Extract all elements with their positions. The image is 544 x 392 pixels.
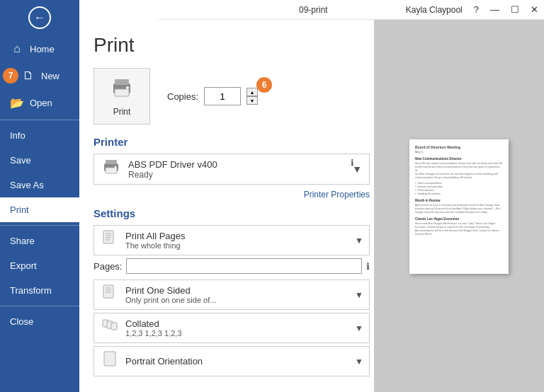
back-button[interactable]: ← [0,0,79,35]
help-button[interactable]: ? [474,4,479,15]
orientation-icon [100,351,120,371]
sidebar-item-close[interactable]: Close [0,309,79,334]
preview-area: Board of Directors Meeting May 6 New Com… [374,20,544,392]
printer-properties-link[interactable]: Printer Properties [304,190,370,200]
sidebar-item-transform[interactable]: Transform [0,278,79,303]
setting-collated-sub: 1,2,3 1,2,3 1,2,3 [125,329,349,338]
setting-one-sided[interactable]: Print One Sided Only print on one side o… [94,279,370,310]
preview-section1-title: New Communications Director [415,157,503,161]
setting-orientation[interactable]: Portrait Orientation ▼ [94,346,370,376]
preview-heading1: Board of Directors Meeting [415,145,503,149]
divider [0,225,79,226]
orientation-dropdown-arrow[interactable]: ▼ [355,357,363,367]
sidebar-item-home[interactable]: ⌂ Home [0,35,79,62]
copies-badge: 6 [256,77,272,93]
sidebar-item-info[interactable]: Info [0,123,79,148]
setting-collated-text: Collated 1,2,3 1,2,3 1,2,3 [125,318,349,338]
sidebar-item-label: Transform [10,285,52,296]
svg-rect-19 [111,323,117,330]
printer-properties-area: Printer Properties [94,188,370,200]
pages-icon [100,230,120,250]
divider [0,120,79,120]
setting-print-pages[interactable]: Print All Pages The whole thing ▼ [94,225,370,255]
preview-page: Board of Directors Meeting May 6 New Com… [409,139,509,274]
page-title: Print [94,34,370,57]
copies-down-button[interactable]: ▼ [246,96,258,105]
titlebar: 09-print Kayla Claypool ? — ☐ ✕ [159,0,544,20]
setting-sides-text: Print One Sided Only print on one side o… [125,285,349,304]
svg-rect-1 [115,79,129,85]
svg-rect-13 [103,285,113,298]
preview-section2-text: April turned out to be a very busy and p… [415,204,503,214]
sidebar-item-export[interactable]: Export [0,253,79,278]
pages-info-icon[interactable]: ℹ [366,261,370,272]
svg-rect-8 [103,231,113,243]
copies-label: Copies: [167,91,198,102]
printer-box[interactable]: ABS PDF Driver v400 Ready ▼ [94,154,370,185]
pages-input[interactable] [126,258,362,274]
setting-pages-sub: The whole thing [125,241,349,250]
printer-info: ABS PDF Driver v400 Ready [128,159,345,180]
setting-pages-main: Print All Pages [125,231,349,241]
collated-dropdown-arrow[interactable]: ▼ [355,323,363,333]
svg-rect-2 [115,89,129,96]
new-icon: 🗋 [21,69,35,82]
preview-bullet1: • Client correspondence [415,182,503,185]
preview-section2-title: Month in Review [415,199,503,202]
preview-section1-text: Kerry Oki was named communications direc… [415,162,503,179]
print-button-area: Print Copies: ▲ ▼ 6 [94,68,370,125]
setting-pages-text: Print All Pages The whole thing [125,231,349,250]
sidebar-item-save-as[interactable]: Save As [0,173,79,197]
sidebar-item-new[interactable]: 7 🗋 New [0,62,79,89]
sidebar-item-save[interactable]: Save [0,148,79,173]
sidebar-item-label: Close [10,316,33,327]
preview-section3-title: Classic Las Vegas Excursion [415,217,503,221]
collated-icon [100,318,120,338]
printer-icon [109,76,135,104]
sides-dropdown-arrow[interactable]: ▼ [355,290,363,300]
copies-up-button[interactable]: ▲ [246,88,258,96]
printer-info-icon[interactable]: ℹ [351,158,354,168]
preview-bullet4: • Updating the website [415,192,503,195]
svg-rect-20 [104,352,115,366]
sidebar-item-open[interactable]: 📂 Open [0,89,79,117]
copies-input[interactable] [204,87,241,105]
sidebar: ← ⌂ Home 7 🗋 New 📂 Open Info Save Save A… [0,0,79,392]
sidebar-item-label: Save [10,155,31,166]
pages-label: Pages: [94,261,122,272]
sidebar-item-label: Save As [10,180,44,190]
preview-bullet3: • Press releases [415,189,503,192]
setting-orientation-main: Portrait Orientation [125,356,349,367]
setting-sides-sub: Only print on one side of... [125,296,349,304]
home-icon: ⌂ [10,42,24,55]
preview-bullet2: • Internal communication [415,185,503,188]
pages-dropdown-arrow[interactable]: ▼ [355,236,363,246]
sidebar-item-label: Share [10,236,35,246]
sidebar-item-share[interactable]: Share [0,229,79,253]
print-scroll-area: Print Print [79,20,374,392]
minimize-button[interactable]: — [490,4,499,15]
print-button[interactable]: Print [94,68,150,125]
sidebar-item-label: Home [30,44,55,54]
setting-collated-main: Collated [125,318,349,329]
svg-rect-5 [106,160,117,164]
open-icon: 📂 [10,96,24,110]
back-arrow-icon: ← [34,11,45,24]
setting-sides-main: Print One Sided [125,285,349,296]
svg-point-7 [115,166,117,168]
sidebar-item-label: Print [10,204,29,215]
svg-point-3 [126,86,129,89]
printer-status: Ready [128,170,345,180]
maximize-button[interactable]: ☐ [511,4,519,15]
printer-device-icon [101,158,121,180]
printer-select-area: ABS PDF Driver v400 Ready ▼ ℹ [94,154,370,185]
sidebar-item-print[interactable]: Print [0,197,79,222]
setting-collated[interactable]: Collated 1,2,3 1,2,3 1,2,3 ▼ [94,313,370,343]
copies-area: Copies: ▲ ▼ 6 [167,87,258,105]
print-panel: Print Print [79,20,384,392]
back-circle-icon: ← [28,6,51,29]
copies-spinner: ▲ ▼ [246,88,258,105]
titlebar-filename: 09-print [221,5,406,15]
preview-date: May 6 [415,150,503,154]
close-button[interactable]: ✕ [531,4,538,15]
